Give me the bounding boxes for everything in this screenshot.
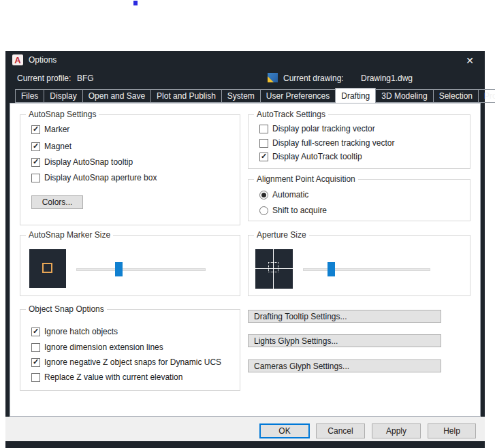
tab-files[interactable]: Files [15,89,44,103]
cameras-glyph-settings-button[interactable]: Cameras Glyph Settings... [248,359,441,372]
tab-profiles[interactable]: Profiles [478,89,495,103]
tab-display[interactable]: Display [44,89,82,103]
window-title: Options [29,55,57,65]
tab-plot-and-publish[interactable]: Plot and Publish [150,89,222,103]
colors-button[interactable]: Colors... [31,195,83,209]
group-aperture-size: Aperture Size [248,235,470,296]
checkbox-label: Ignore hatch objects [44,327,118,336]
marker-preview-tile [29,249,66,288]
checkbox-label: Magnet [44,142,71,151]
marker-size-slider[interactable] [76,261,206,278]
lights-glyph-settings-button[interactable]: Lights Glyph Settings... [248,334,441,347]
drafting-tooltip-settings-button[interactable]: Drafting Tooltip Settings... [248,310,441,323]
group-title: Aperture Size [254,230,309,240]
group-alignment-point: Alignment Point Acquisition Automatic Sh… [248,179,470,221]
dialog-footer: OK Cancel Apply Help [5,417,485,441]
profile-header: Current profile: BFG Current drawing: Dr… [5,69,485,87]
stray-ink-mark [133,1,138,5]
checkbox-label: Display polar tracking vector [272,124,375,133]
checkbox-fullscreen-vector[interactable]: ✓ [259,139,268,148]
group-autosnap-marker-size: AutoSnap Marker Size [20,235,240,296]
tab-drafting[interactable]: Drafting [335,88,376,103]
snap-marker-icon [42,263,52,273]
checkbox-replace-z[interactable]: ✓ [31,373,40,382]
current-profile-label: Current profile: [17,74,71,83]
group-autosnap-settings: AutoSnap Settings ✓ Marker ✓ Magnet ✓ Di… [20,114,240,225]
checkbox-autosnap-tooltip[interactable]: ✓ [31,158,40,167]
slider-thumb[interactable] [328,262,335,276]
current-profile-value: BFG [77,74,94,83]
tab-selection[interactable]: Selection [433,89,479,103]
drafting-tab-panel: AutoSnap Settings ✓ Marker ✓ Magnet ✓ Di… [10,103,481,417]
current-drawing-label: Current drawing: [283,74,344,83]
checkbox-autotrack-tooltip[interactable]: ✓ [259,153,268,161]
group-title: AutoSnap Settings [26,110,99,119]
group-title: AutoTrack Settings [254,110,328,119]
close-icon[interactable]: ✕ [463,54,477,67]
group-title: Object Snap Options [26,304,107,314]
aperture-box-icon [268,262,278,272]
checkbox-magnet[interactable]: ✓ [31,142,40,151]
help-button[interactable]: Help [428,423,476,438]
checkbox-label: Ignore dimension extension lines [44,342,163,352]
checkbox-label: Ignore negative Z object snaps for Dynam… [44,357,221,367]
radio-label: Automatic [272,190,308,199]
group-object-snap-options: Object Snap Options ✓ Ignore hatch objec… [20,309,240,391]
title-bar: A Options ✕ [5,51,485,69]
ok-button[interactable]: OK [259,423,310,438]
radio-automatic[interactable] [259,191,268,199]
checkbox-polar-vector[interactable]: ✓ [259,125,268,133]
tab-open-and-save[interactable]: Open and Save [82,89,151,103]
aperture-size-slider[interactable] [303,261,430,278]
checkbox-label: Display AutoSnap tooltip [44,157,133,167]
group-autotrack-settings: AutoTrack Settings ✓ Display polar track… [248,114,470,169]
tab-3d-modeling[interactable]: 3D Modeling [375,89,433,103]
slider-thumb[interactable] [115,262,123,276]
radio-shift-to-acquire[interactable] [259,206,268,215]
checkbox-ignore-dim-ext[interactable]: ✓ [31,343,40,352]
checkbox-label: Display full-screen tracking vector [272,138,394,148]
checkbox-label: Display AutoTrack tooltip [272,152,362,161]
checkbox-label: Marker [44,125,69,134]
aperture-preview-tile [255,249,293,289]
current-drawing-value: Drawing1.dwg [361,74,413,83]
checkbox-label: Replace Z value with current elevation [44,372,182,382]
group-title: Alignment Point Acquisition [254,174,358,184]
apply-button[interactable]: Apply [372,423,421,438]
drawing-file-icon [268,73,278,82]
cancel-button[interactable]: Cancel [316,423,365,438]
tab-user-preferences[interactable]: User Preferences [260,89,336,103]
options-dialog: A Options ✕ Current profile: BFG Current… [5,51,485,448]
slider-track[interactable] [76,268,206,271]
checkbox-label: Display AutoSnap aperture box [44,173,157,182]
group-title: AutoSnap Marker Size [26,230,113,240]
tab-strip: Files Display Open and Save Plot and Pub… [15,88,495,103]
checkbox-aperture-box[interactable]: ✓ [31,174,40,182]
autocad-logo-icon: A [12,54,23,65]
checkbox-marker[interactable]: ✓ [31,125,40,134]
tab-system[interactable]: System [221,89,261,103]
radio-label: Shift to acquire [272,206,327,215]
checkbox-ignore-hatch[interactable]: ✓ [31,327,40,336]
slider-track[interactable] [303,268,430,271]
checkbox-ignore-negative-z[interactable]: ✓ [31,358,40,367]
